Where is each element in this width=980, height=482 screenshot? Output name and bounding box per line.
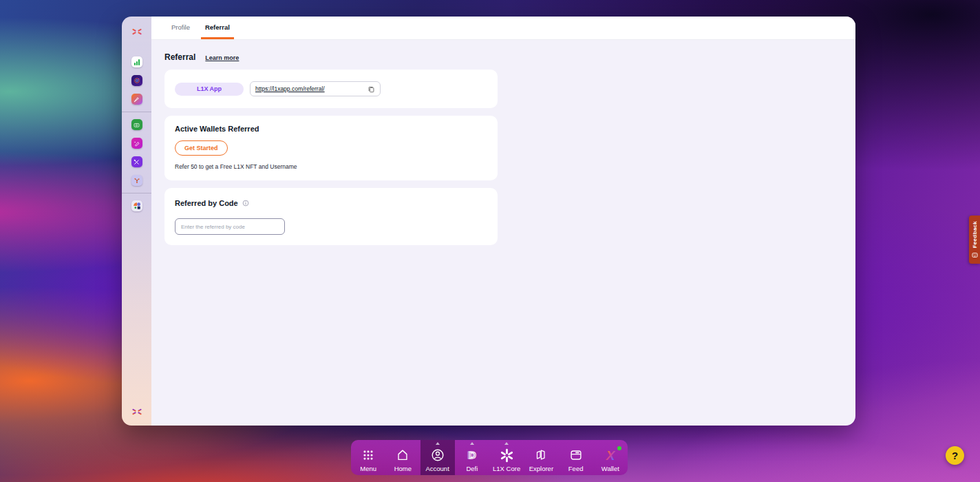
learn-more-link[interactable]: Learn more (205, 54, 239, 61)
active-wallets-title: Active Wallets Referred (175, 125, 487, 133)
tab-bar: Profile Referral (151, 17, 855, 40)
sidebar (122, 17, 151, 426)
sidebar-app-group-3 (131, 193, 142, 218)
dock-item-explorer[interactable]: Explorer (524, 440, 558, 475)
rocket-icon (133, 96, 140, 103)
menu-grid-icon (361, 447, 376, 463)
tab-profile[interactable]: Profile (167, 17, 194, 39)
launch-app-icon[interactable] (131, 94, 142, 105)
dock-item-feed[interactable]: Feed (559, 440, 593, 475)
wallet-x-icon: X (602, 447, 619, 463)
dock-item-home[interactable]: Home (385, 440, 420, 475)
feed-card-icon (568, 447, 584, 463)
l1x-core-asterisk-icon (500, 447, 514, 463)
dock-label: Menu (360, 465, 376, 472)
dock-label: Defi (466, 465, 478, 472)
pen-icon (133, 140, 140, 147)
quadrant-icon (132, 201, 142, 211)
finance-app-icon[interactable] (131, 119, 142, 130)
help-button[interactable]: ? (946, 446, 964, 465)
tab-referral[interactable]: Referral (201, 17, 234, 39)
dock-label: Account (425, 465, 449, 472)
tools-app-icon[interactable] (131, 156, 142, 167)
dock-label: Home (394, 465, 412, 472)
referral-reward-note: Refer 50 to get a Free L1X NFT and Usern… (175, 163, 487, 170)
referral-page: Referral Learn more L1X App (151, 40, 855, 426)
dock-item-wallet[interactable]: X Wallet (593, 440, 628, 475)
bar-chart-icon (134, 59, 140, 65)
apps-grid-app-icon[interactable] (131, 200, 142, 211)
copy-icon[interactable] (367, 85, 375, 93)
referred-by-code-title: Referred by Code (175, 199, 238, 207)
svg-text:X: X (606, 448, 616, 463)
core-orbit-app-icon[interactable] (131, 75, 142, 86)
referral-code-input[interactable] (175, 218, 285, 235)
explorer-book-icon (533, 447, 548, 463)
account-icon (430, 447, 445, 463)
dock-item-defi[interactable]: D D Defi (455, 440, 489, 475)
l1x-logo-bottom-icon (131, 406, 142, 417)
dock-label: Feed (568, 465, 584, 472)
active-app-indicator (436, 442, 440, 445)
defi-icon: D D (465, 447, 480, 463)
dock-item-l1x-core[interactable]: L1X Core (489, 440, 524, 475)
feedback-label: Feedback (972, 221, 978, 248)
referral-url-box (250, 81, 381, 96)
cash-icon (133, 121, 140, 129)
dock-item-menu[interactable]: Menu (351, 440, 385, 475)
analytics-app-icon[interactable] (131, 56, 142, 67)
referral-link-card: L1X App (164, 70, 498, 108)
sidebar-app-group-1 (131, 50, 142, 112)
crossed-tools-icon (133, 158, 140, 166)
l1x-logo-icon (131, 26, 142, 37)
sidebar-app-group-2 (131, 112, 142, 193)
active-app-indicator (470, 442, 474, 445)
page-title: Referral (164, 52, 195, 62)
wallet-online-badge (617, 446, 621, 450)
dock-label: L1X Core (493, 465, 520, 472)
molecule-icon (133, 176, 141, 185)
main-panel: Profile Referral Referral Learn more L1X… (151, 17, 855, 426)
atom-icon (133, 76, 141, 85)
home-icon (395, 447, 410, 463)
dock-label: Wallet (601, 465, 619, 472)
feedback-smiley-icon (972, 252, 978, 258)
dock-item-account[interactable]: Account (420, 440, 455, 475)
feedback-tab[interactable]: Feedback (969, 216, 980, 264)
active-wallets-card: Active Wallets Referred Get Started Refe… (164, 116, 498, 180)
dock-label: Explorer (529, 465, 553, 472)
network-app-icon[interactable] (131, 175, 142, 186)
referral-url-input[interactable] (255, 85, 363, 92)
get-started-button[interactable]: Get Started (175, 140, 228, 156)
create-app-icon[interactable] (131, 138, 142, 149)
app-window: Profile Referral Referral Learn more L1X… (122, 17, 855, 426)
info-icon[interactable] (242, 197, 249, 209)
svg-text:D: D (469, 450, 476, 461)
l1x-app-pill[interactable]: L1X App (175, 83, 244, 96)
active-app-indicator (504, 442, 509, 445)
dock: Menu Home Account D D Defi (351, 440, 628, 475)
referred-by-code-card: Referred by Code (164, 188, 498, 245)
